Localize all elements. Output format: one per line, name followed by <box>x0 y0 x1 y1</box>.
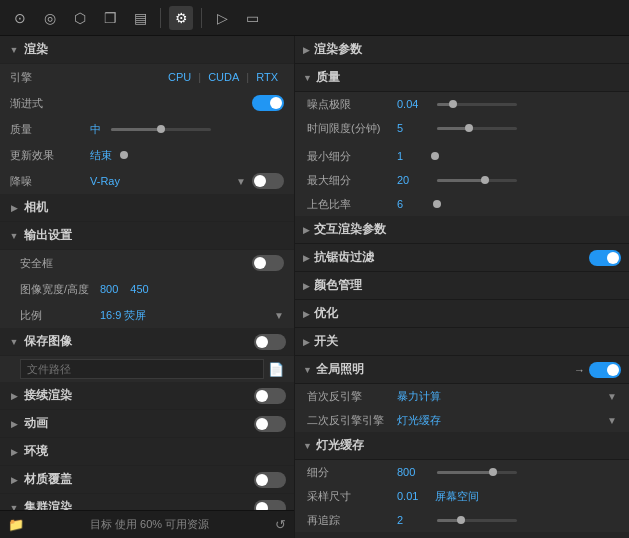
overbright-dot <box>433 200 441 208</box>
quality-row: 质量 中 <box>0 116 294 142</box>
animation-toggle[interactable] <box>254 416 286 432</box>
denoiser-toggle[interactable] <box>252 173 284 189</box>
mat-override-title: 材质覆盖 <box>24 471 72 488</box>
output-section-header[interactable]: ▼ 输出设置 <box>0 222 294 250</box>
secondary-gi-dropdown[interactable]: ▼ <box>607 415 617 426</box>
animation-header[interactable]: ▶ 动画 <box>0 410 294 438</box>
aa-arrow: ▶ <box>303 253 310 263</box>
animation-title: 动画 <box>24 415 48 432</box>
color-mgmt-arrow: ▶ <box>303 281 310 291</box>
optimize-header[interactable]: ▶ 优化 <box>295 300 629 328</box>
mat-override-header[interactable]: ▶ 材质覆盖 <box>0 466 294 494</box>
left-scroll[interactable]: ▼ 渲染 引擎 CPU | CUDA | RTX 渐进式 <box>0 36 294 510</box>
ratio-dropdown[interactable]: ▼ <box>274 310 284 321</box>
right-panel: ▶ 渲染参数 ▼ 质量 噪点极限 0.04 时间限度(分钟) 5 <box>295 36 629 538</box>
batch-render-toggle[interactable] <box>254 500 286 511</box>
switch-title: 开关 <box>314 333 338 350</box>
cont-render-arrow: ▶ <box>8 390 20 402</box>
gi-section-header[interactable]: ▼ 全局照明 → <box>295 356 629 384</box>
update-label: 更新效果 <box>10 148 90 163</box>
interactive-section-header[interactable]: ▶ 交互渲染参数 <box>295 216 629 244</box>
lightcache-arrow: ▼ <box>303 441 312 451</box>
max-subdivs-label: 最大细分 <box>307 173 397 188</box>
aa-section-header[interactable]: ▶ 抗锯齿过滤 <box>295 244 629 272</box>
file-path-input[interactable] <box>20 359 264 379</box>
engine-cpu-btn[interactable]: CPU <box>162 69 197 85</box>
layers-icon[interactable]: ❒ <box>98 6 122 30</box>
mat-override-toggle[interactable] <box>254 472 286 488</box>
target-label: 目标 使用 60% 可用资源 <box>30 517 269 532</box>
cont-render-toggle[interactable] <box>254 388 286 404</box>
retrace-slider[interactable] <box>437 519 517 522</box>
camera-icon[interactable]: ⊙ <box>8 6 32 30</box>
settings-icon[interactable]: ⚙ <box>169 6 193 30</box>
aa-toggle[interactable] <box>589 250 621 266</box>
cube-icon[interactable]: ⬡ <box>68 6 92 30</box>
noise-limit-slider[interactable] <box>437 103 517 106</box>
interactive-title: 交互渲染参数 <box>314 221 386 238</box>
subdivs-slider[interactable] <box>437 471 517 474</box>
lightcache-title: 灯光缓存 <box>316 437 364 454</box>
engine-rtx-btn[interactable]: RTX <box>250 69 284 85</box>
progressive-toggle[interactable] <box>252 95 284 111</box>
primary-gi-value: 暴力计算 <box>397 389 441 404</box>
cont-render-header[interactable]: ▶ 接续渲染 <box>0 382 294 410</box>
denoiser-label: 降噪 <box>10 174 90 189</box>
caustics-header[interactable]: ▶ 焦散 <box>295 532 629 538</box>
safe-frame-toggle[interactable] <box>252 255 284 271</box>
secondary-gi-label: 二次反引擎引擎 <box>307 413 397 428</box>
file-browse-icon[interactable]: 📄 <box>268 362 284 377</box>
render-section-header[interactable]: ▼ 渲染 <box>0 36 294 64</box>
progressive-row: 渐进式 <box>0 90 294 116</box>
denoiser-dropdown[interactable]: ▼ <box>236 176 246 187</box>
left-status-bar: 📁 目标 使用 60% 可用资源 ↺ <box>0 510 294 538</box>
animation-arrow: ▶ <box>8 418 20 430</box>
retrace-row: 再追踪 2 <box>295 508 629 532</box>
image-icon[interactable]: ▤ <box>128 6 152 30</box>
render-icon[interactable]: ▷ <box>210 6 234 30</box>
right-scroll[interactable]: ▼ 质量 噪点极限 0.04 时间限度(分钟) 5 <box>295 64 629 538</box>
noise-limit-value: 0.04 <box>397 98 427 110</box>
camera-section-header[interactable]: ▶ 相机 <box>0 194 294 222</box>
render-params-header[interactable]: ▶ 渲染参数 <box>295 36 629 64</box>
space-value: 屏幕空间 <box>435 489 479 504</box>
mat-override-arrow: ▶ <box>8 474 20 486</box>
res-height[interactable]: 450 <box>130 283 148 295</box>
save-image-arrow: ▼ <box>8 336 20 348</box>
color-mgmt-title: 颜色管理 <box>314 277 362 294</box>
res-width[interactable]: 800 <box>100 283 118 295</box>
color-mgmt-header[interactable]: ▶ 颜色管理 <box>295 272 629 300</box>
batch-render-header[interactable]: ▼ 集群渲染 <box>0 494 294 510</box>
noise-section-header[interactable]: ▼ 质量 <box>295 64 629 92</box>
ratio-row: 比例 16:9 荧屏 ▼ <box>0 302 294 328</box>
secondary-gi-row: 二次反引擎引擎 灯光缓存 ▼ <box>295 408 629 432</box>
env-header[interactable]: ▶ 环境 <box>0 438 294 466</box>
time-limit-slider[interactable] <box>437 127 517 130</box>
batch-render-arrow: ▼ <box>8 502 20 511</box>
folder-icon[interactable]: 📁 <box>8 517 24 532</box>
lightcache-header[interactable]: ▼ 灯光缓存 <box>295 432 629 460</box>
switch-header[interactable]: ▶ 开关 <box>295 328 629 356</box>
save-image-toggle[interactable] <box>254 334 286 350</box>
gi-fwd-icon: → <box>574 364 585 376</box>
max-subdivs-slider[interactable] <box>437 179 517 182</box>
reset-icon[interactable]: ↺ <box>275 517 286 532</box>
noise-limit-row: 噪点极限 0.04 <box>295 92 629 116</box>
main-area: ▼ 渲染 引擎 CPU | CUDA | RTX 渐进式 <box>0 36 629 538</box>
primary-gi-dropdown[interactable]: ▼ <box>607 391 617 402</box>
save-image-section-header[interactable]: ▼ 保存图像 <box>0 328 294 356</box>
sample-size-value: 0.01 <box>397 490 427 502</box>
display-icon[interactable]: ▭ <box>240 6 264 30</box>
retrace-value: 2 <box>397 514 427 526</box>
quality-slider[interactable] <box>111 128 211 131</box>
noise-limit-label: 噪点极限 <box>307 97 397 112</box>
engine-selector: CPU | CUDA | RTX <box>162 69 284 85</box>
object-icon[interactable]: ◎ <box>38 6 62 30</box>
engine-label: 引擎 <box>10 70 90 85</box>
min-subdivs-dot <box>431 152 439 160</box>
overbright-value: 6 <box>397 198 427 210</box>
gi-toggle[interactable] <box>589 362 621 378</box>
env-arrow: ▶ <box>8 446 20 458</box>
cont-render-title: 接续渲染 <box>24 387 72 404</box>
engine-cuda-btn[interactable]: CUDA <box>202 69 245 85</box>
